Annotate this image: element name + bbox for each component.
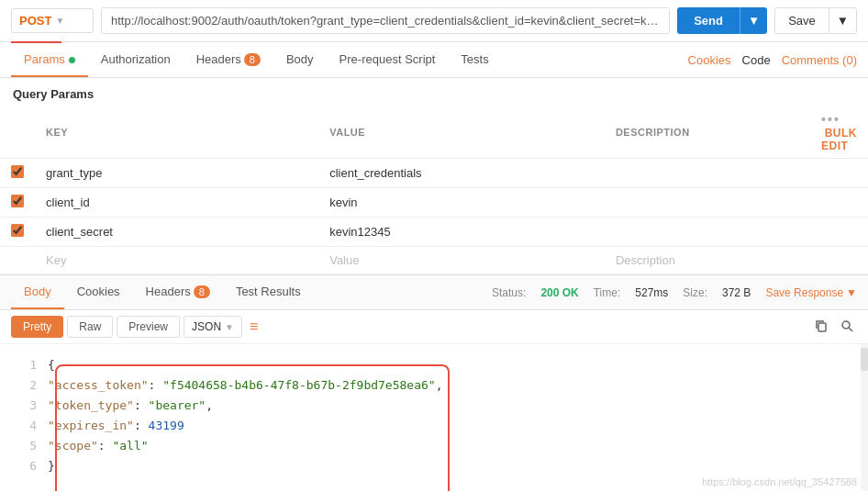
save-button-group: Save ▼ [774,7,857,34]
tab-authorization[interactable]: Authorization [88,43,184,77]
method-label: POST [19,14,51,28]
value-placeholder: Value [318,247,605,274]
tab-headers[interactable]: Headers8 [184,43,273,77]
line-number: 6 [15,456,37,476]
row-key: client_secret [35,218,318,247]
table-row: grant_type client_credentials [0,159,868,188]
save-button[interactable]: Save [775,8,829,33]
line-number: 2 [15,375,37,396]
col-key-header: KEY [35,106,318,159]
row-checkbox[interactable] [11,165,24,178]
comments-link[interactable]: Comments (0) [782,53,857,67]
json-line: 4"expires_in": 43199 [15,416,853,436]
status-label: Status: [492,286,526,299]
save-response-button[interactable]: Save Response ▼ [765,286,857,299]
tabs-right: Cookies Code Comments (0) [688,53,857,67]
row-value: kevin [318,188,605,218]
tab-tests[interactable]: Tests [448,43,501,77]
time-value: 527ms [635,286,668,299]
request-tabs: Params Authorization Headers8 Body Pre-r… [0,43,868,78]
save-dropdown-button[interactable]: ▼ [829,8,856,33]
pretty-button[interactable]: Pretty [11,316,63,338]
tab-body[interactable]: Body [273,43,327,77]
line-number: 5 [15,436,37,456]
size-label: Size: [683,286,707,299]
key-placeholder: Key [35,247,318,274]
send-dropdown-button[interactable]: ▼ [740,7,767,34]
json-line: 6} [15,456,853,476]
size-value: 372 B [722,286,751,299]
raw-button[interactable]: Raw [67,316,113,338]
format-label: JSON [192,320,221,333]
row-checkbox[interactable] [11,195,24,207]
watermark: https://blog.csdn.net/qq_35427588 [702,476,857,487]
cookies-link[interactable]: Cookies [688,53,731,67]
status-info: Status: 200 OK Time: 527ms Size: 372 B S… [492,286,857,299]
format-selector[interactable]: JSON ▼ [184,316,242,338]
svg-point-1 [842,321,850,329]
row-value: client_credentials [318,159,605,188]
row-description [605,159,810,188]
svg-line-2 [849,328,852,331]
col-desc-header: DESCRIPTION [605,106,810,159]
table-row: client_id kevin [0,188,868,218]
line-number: 3 [15,396,37,416]
json-line: 1{ [15,355,853,375]
search-icon[interactable] [837,318,857,337]
response-tab-body[interactable]: Body [11,275,64,309]
row-description [605,188,810,218]
desc-placeholder: Description [605,247,810,274]
bulk-edit-btn[interactable]: Bulk Edit [821,127,857,152]
method-dropdown-icon: ▼ [55,16,64,26]
response-tabs-row: Body Cookies Headers8 Test Results Statu… [0,274,868,310]
status-value: 200 OK [540,286,578,299]
tab-prerequest[interactable]: Pre-request Script [327,43,449,77]
json-line: 5"scope": "all" [15,436,853,456]
row-key: grant_type [35,159,318,188]
actions-dots[interactable]: ••• [821,112,840,127]
query-params-title: Query Params [0,78,868,106]
save-response-chevron-icon: ▼ [846,286,857,299]
wrap-icon[interactable]: ≡ [250,319,258,335]
row-description [605,218,810,247]
placeholder-row: Key Value Description [0,247,868,274]
send-button[interactable]: Send [677,7,740,34]
scrollbar-track[interactable] [861,344,868,491]
col-value-header: VALUE [318,106,605,159]
row-key: client_id [35,188,318,218]
line-number: 1 [15,355,37,375]
json-line: 3"token_type": "bearer", [15,396,853,416]
copy-icon[interactable] [811,318,831,337]
scrollbar-thumb[interactable] [861,348,868,371]
time-label: Time: [594,286,621,299]
json-display: 1{2"access_token": "f5404658-b4b6-47f8-b… [0,344,868,491]
row-checkbox[interactable] [11,224,24,237]
format-bar-right [811,318,857,337]
method-selector[interactable]: POST ▼ [11,8,94,33]
top-bar: POST ▼ Send ▼ Save ▼ [0,0,868,42]
line-number: 4 [15,416,37,436]
response-tab-headers[interactable]: Headers8 [133,275,223,309]
table-row: client_secret kevin12345 [0,218,868,247]
url-input[interactable] [101,7,670,34]
json-response-wrapper: 1{2"access_token": "f5404658-b4b6-47f8-b… [0,344,868,491]
format-chevron-icon: ▼ [225,322,234,332]
code-link[interactable]: Code [742,53,771,67]
svg-rect-0 [818,323,826,331]
format-bar: Pretty Raw Preview JSON ▼ ≡ [0,310,868,344]
tab-params[interactable]: Params [11,43,88,77]
response-tab-test-results[interactable]: Test Results [223,275,314,309]
params-dot [69,57,75,63]
row-value: kevin12345 [318,218,605,247]
preview-button[interactable]: Preview [117,316,180,338]
response-tab-cookies[interactable]: Cookies [64,275,133,309]
json-line: 2"access_token": "f5404658-b4b6-47f8-b67… [15,375,853,396]
params-table: KEY VALUE DESCRIPTION ••• Bulk Edit gran… [0,106,868,274]
send-button-group: Send ▼ [677,7,767,34]
